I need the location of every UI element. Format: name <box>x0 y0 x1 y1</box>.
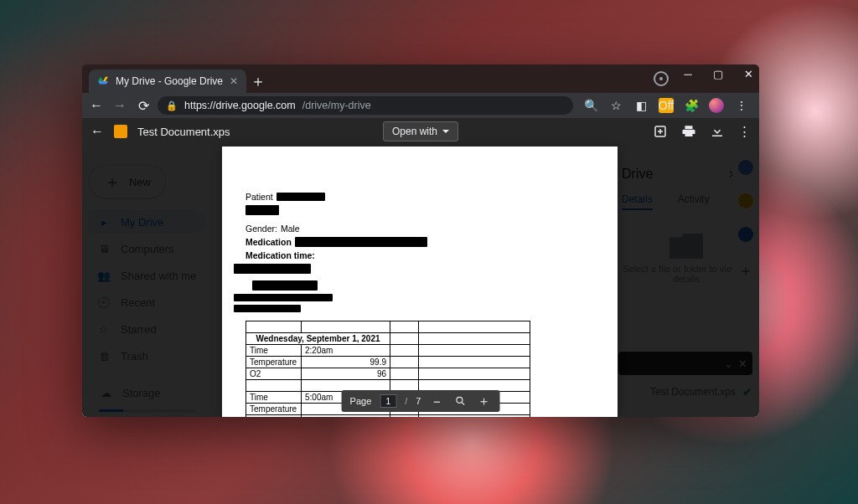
table-header: Wednesday, September 1, 2021 <box>246 333 390 345</box>
table-cell: Temperature <box>246 357 302 368</box>
redaction <box>234 264 311 274</box>
page-separator: / <box>405 396 407 406</box>
table-cell: Temperature <box>246 404 302 415</box>
medication-time-label: Medication time: <box>246 250 315 260</box>
redaction <box>295 237 427 247</box>
svg-point-1 <box>457 397 463 403</box>
extensions-icon[interactable]: 🧩 <box>684 98 699 113</box>
redaction <box>234 294 333 301</box>
viewer-actions: ⋮ <box>653 124 751 139</box>
extension-badge[interactable]: Off <box>659 98 674 113</box>
zoom-out-button[interactable]: − <box>429 393 444 409</box>
page-number-input[interactable] <box>380 394 396 408</box>
search-tabs-icon[interactable]: 🔍 <box>583 98 598 113</box>
window-close-button[interactable]: ✕ <box>741 68 756 80</box>
page-controls: Page / 7 − ＋ <box>342 390 500 412</box>
table-cell: Time <box>246 392 302 404</box>
table-cell: Time <box>246 345 302 357</box>
viewer-filename: Test Document.xps <box>137 126 230 138</box>
reader-icon[interactable]: ◧ <box>633 98 649 113</box>
gender-label: Gender: <box>246 224 277 234</box>
page-label: Page <box>350 396 372 406</box>
medication-label: Medication <box>246 237 292 247</box>
tab-close-button[interactable]: ✕ <box>230 75 238 87</box>
zoom-in-button[interactable]: ＋ <box>476 393 491 409</box>
profile-avatar[interactable] <box>709 98 724 113</box>
nav-reload-button[interactable]: ⟳ <box>134 96 152 115</box>
nav-forward-button[interactable]: → <box>111 96 129 115</box>
window-controls: ─ ▢ ✕ <box>680 68 756 80</box>
patient-label: Patient <box>246 192 273 202</box>
document-page: Patient Gender: Male Medication Medicati… <box>222 147 618 417</box>
chrome-profile-chip[interactable] <box>654 71 669 86</box>
tab-title: My Drive - Google Drive <box>116 75 223 87</box>
viewer-toolbar: ← Test Document.xps Open with ⋮ <box>82 118 759 145</box>
print-button[interactable] <box>681 124 696 139</box>
chrome-menu-button[interactable]: ⋮ <box>734 98 749 113</box>
file-type-icon <box>114 125 127 138</box>
omnibox[interactable]: 🔒 https://drive.google.com/drive/my-driv… <box>158 96 573 115</box>
lock-icon: 🔒 <box>166 100 178 111</box>
window-maximize-button[interactable]: ▢ <box>711 68 726 80</box>
window-minimize-button[interactable]: ─ <box>680 68 695 80</box>
drive-favicon <box>97 75 109 87</box>
download-button[interactable] <box>710 124 725 139</box>
url-host: https://drive.google.com <box>184 100 296 111</box>
open-with-button[interactable]: Open with <box>383 121 458 141</box>
open-with-label: Open with <box>392 126 437 137</box>
table-cell: 99.9 <box>302 357 390 368</box>
table-cell: 2:20am <box>302 345 390 357</box>
zoom-reset-button[interactable] <box>452 393 468 409</box>
gender-value: Male <box>281 224 300 234</box>
nav-back-button[interactable]: ← <box>87 96 106 115</box>
redaction <box>277 193 325 201</box>
browser-tab[interactable]: My Drive - Google Drive ✕ <box>89 69 246 93</box>
table-cell: O2 <box>246 415 302 418</box>
add-to-drive-button[interactable] <box>653 124 668 139</box>
redaction <box>234 305 301 312</box>
table-cell: 96 <box>302 368 390 380</box>
table-cell: 94 <box>302 415 390 418</box>
redaction <box>252 280 318 291</box>
table-cell: O2 <box>246 368 302 380</box>
bookmark-star-icon[interactable]: ☆ <box>608 98 623 113</box>
page-total: 7 <box>416 396 421 406</box>
viewer-back-button[interactable]: ← <box>90 124 104 139</box>
address-bar: ← → ⟳ 🔒 https://drive.google.com/drive/m… <box>82 93 759 118</box>
app-surface: ＋ New ▸My Drive 🖥Computers 👥Shared with … <box>82 118 759 417</box>
browser-window: ─ ▢ ✕ My Drive - Google Drive ✕ ＋ ← → ⟳ … <box>82 64 759 417</box>
new-tab-button[interactable]: ＋ <box>246 69 270 93</box>
more-actions-button[interactable]: ⋮ <box>738 124 751 139</box>
redaction <box>246 205 279 215</box>
url-path: /drive/my-drive <box>302 100 371 111</box>
toolbar-right: 🔍 ☆ ◧ Off 🧩 ⋮ <box>578 98 754 113</box>
